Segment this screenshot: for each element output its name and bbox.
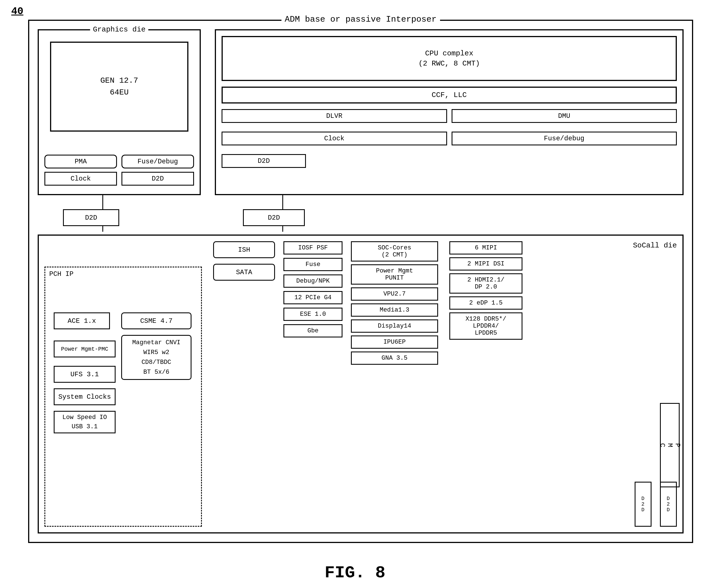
mipi-dsi-box: 2 MIPI DSI — [449, 257, 522, 271]
power-mgmt-box: Power Mgmt-PMC — [54, 340, 116, 357]
sysclk-box: System Clocks — [54, 389, 116, 405]
gbe-box: Gbe — [283, 324, 342, 337]
soc-cores-line2: (2 CMT) — [355, 252, 434, 258]
cpu-complex-area: CPU complex (2 RWC, 8 CMT) CCF, LLC DLVR… — [215, 29, 684, 195]
ufs-box: UFS 3.1 — [54, 366, 116, 383]
cpu-d2d-box: D2D — [221, 154, 306, 168]
hdmi-line1: 2 HDMI2.1/ — [454, 277, 518, 283]
fig-number: 40 — [11, 6, 23, 17]
mipi-6-box: 6 MIPI — [449, 241, 522, 255]
ls-line1: Low Speed IO — [63, 413, 107, 422]
page-container: 40 ADM base or passive Interposer Graphi… — [0, 0, 710, 588]
iosf-psf-box: IOSF PSF — [283, 241, 342, 255]
vpu-box: VPU2.7 — [351, 287, 438, 301]
ace-box: ACE 1.x — [54, 312, 110, 329]
graphics-die-bottom-row: Clock D2D — [44, 172, 194, 186]
hdmi-line2: DP 2.0 — [454, 283, 518, 290]
dlvr-box: DLVR — [221, 109, 447, 123]
pma-box: PMA — [44, 155, 117, 168]
pmc-label: PMC — [659, 443, 681, 447]
fuse-box: Fuse — [283, 258, 342, 271]
pch-ip-box: PCH IP ACE 1.x CSME 4.7 Power Mgmt-PMC M… — [44, 266, 202, 527]
ls-line2: USB 3.1 — [63, 422, 107, 431]
cpu-row-clock-fuse: Clock Fuse/debug — [221, 132, 677, 145]
ccf-box: CCF, LLC — [221, 87, 677, 103]
gna-box: GNA 3.5 — [351, 352, 438, 365]
debug-npk-box: Debug/NPK — [283, 275, 342, 288]
cpu-complex-title: CPU complex (2 RWC, 8 CMT) — [419, 48, 480, 69]
d2d-connector-left-box: D2D — [63, 209, 119, 226]
socall-label: SoCall die — [633, 241, 677, 250]
gen-label-line1: GEN 12.7 — [100, 75, 138, 87]
magnetar-text: Magnetar CNVI WIR5 w2 CD8/TBDC BT 5x/6 — [132, 338, 181, 377]
ddr-box: X128 DDR5*/ LPDDR4/ LPDDR5 — [449, 312, 522, 340]
d2d-small-right-box: D2D — [660, 482, 677, 527]
bottom-section: SoCall die PCH IP ACE 1.x CSME 4.7 Power… — [38, 235, 684, 534]
magnetar-box: Magnetar CNVI WIR5 w2 CD8/TBDC BT 5x/6 — [121, 335, 191, 380]
pm-punit-line2: PUNIT — [355, 275, 434, 281]
display-box: Display14 — [351, 320, 438, 333]
lowspeed-box: Low Speed IO USB 3.1 — [54, 411, 116, 433]
adm-title: ADM base or passive Interposer — [281, 15, 440, 24]
media-box: Media1.3 — [351, 303, 438, 316]
adm-base: ADM base or passive Interposer Graphics … — [28, 20, 693, 543]
mag-line1: Magnetar CNVI — [132, 338, 181, 348]
graphics-clock-box: Clock — [44, 172, 117, 186]
d2d-connector-right-box: D2D — [243, 209, 305, 226]
fuse-debug-box: Fuse/Debug — [121, 155, 194, 168]
edp-box: 2 eDP 1.5 — [449, 297, 522, 310]
ddr-line1: X128 DDR5*/ — [454, 315, 518, 323]
mag-line3: CD8/TBDC — [132, 357, 181, 367]
gen-box: GEN 12.7 64EU — [50, 42, 188, 132]
graphics-die-top-row: PMA Fuse/Debug — [44, 155, 194, 168]
cpu-title-line2: (2 RWC, 8 CMT) — [419, 58, 480, 69]
gen-text: GEN 12.7 64EU — [100, 75, 138, 98]
ish-box: ISH — [213, 241, 275, 258]
graphics-d2d-box: D2D — [121, 172, 194, 186]
csme-box: CSME 4.7 — [121, 312, 191, 329]
graphics-die-bottom: PMA Fuse/Debug Clock D2D — [44, 155, 194, 186]
ddr-line2: LPDDR4/ — [454, 323, 518, 330]
lowspeed-text: Low Speed IO USB 3.1 — [63, 413, 107, 431]
graphics-die-title: Graphics die — [90, 25, 148, 34]
pm-punit-line1: Power Mgmt — [355, 267, 434, 275]
sata-box: SATA — [213, 264, 275, 281]
soc-cores-box: SOC-Cores (2 CMT) — [351, 241, 438, 261]
cpu-row-d2d: D2D — [221, 154, 677, 168]
cpu-title-line1: CPU complex — [419, 48, 480, 58]
right-col: 6 MIPI 2 MIPI DSI 2 HDMI2.1/ DP 2.0 2 eD… — [449, 241, 522, 343]
ipu-box: IPU6EP — [351, 335, 438, 349]
cpu-fuse-debug-box: Fuse/debug — [452, 132, 677, 145]
d2d-sr-label: D2D — [667, 496, 670, 513]
hdmi-box: 2 HDMI2.1/ DP 2.0 — [449, 273, 522, 293]
power-mgmt-punit-box: Power Mgmt PUNIT — [351, 264, 438, 285]
mid-col: IOSF PSF Fuse Debug/NPK 12 PCIe G4 ESE 1… — [283, 241, 342, 341]
cpu-row-dlvr-dmu: DLVR DMU — [221, 109, 677, 123]
gen-label-line2: 64EU — [100, 87, 138, 98]
cpu-complex-box: CPU complex (2 RWC, 8 CMT) — [221, 36, 677, 81]
fig-caption: FIG. 8 — [325, 563, 385, 582]
d2d-small-left-box: D2D — [635, 482, 652, 527]
cpu-clock-box: Clock — [221, 132, 447, 145]
mag-line2: WIR5 w2 — [132, 348, 181, 357]
dmu-box: DMU — [452, 109, 677, 123]
soc-cores-line1: SOC-Cores — [355, 244, 434, 252]
pch-label: PCH IP — [49, 270, 73, 278]
ese-box: ESE 1.0 — [283, 308, 342, 321]
graphics-die: Graphics die GEN 12.7 64EU PMA Fuse/Debu… — [38, 29, 201, 195]
soc-area: SOC-Cores (2 CMT) Power Mgmt PUNIT VPU2.… — [351, 241, 438, 368]
pcie-g4-box: 12 PCIe G4 — [283, 291, 342, 304]
mag-line4: BT 5x/6 — [132, 367, 181, 377]
pmc-box: PMC — [660, 403, 680, 487]
ddr-line3: LPDDR5 — [454, 330, 518, 336]
d2d-sl-label: D2D — [641, 496, 645, 513]
